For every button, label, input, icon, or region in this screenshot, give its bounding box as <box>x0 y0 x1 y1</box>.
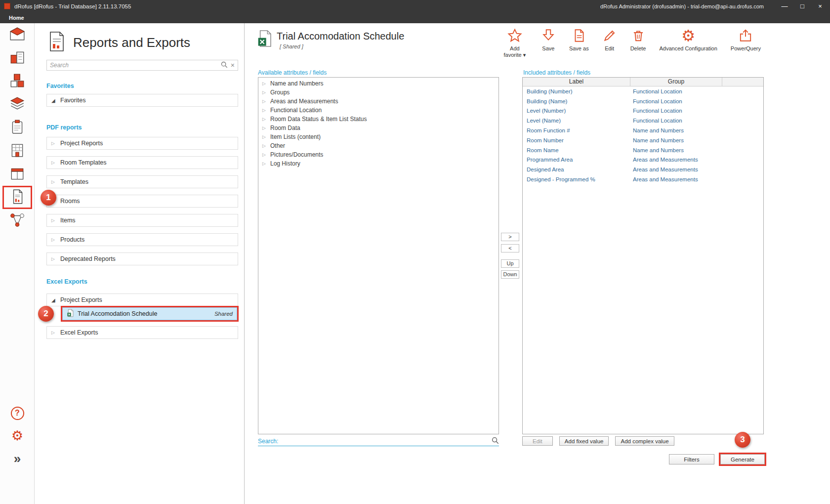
save-button[interactable]: Save <box>541 27 556 52</box>
chevron-collapsed-icon[interactable]: ▷ <box>51 141 56 146</box>
attribute-category[interactable]: ▷ Groups <box>258 88 498 97</box>
nav-buildings[interactable] <box>0 46 35 70</box>
pdf-report-group[interactable]: ▷ Items <box>46 214 238 227</box>
powerquery-button[interactable]: PowerQuery <box>731 27 761 52</box>
advanced-configuration-button[interactable]: ⚙ Advanced Configuration <box>659 27 717 52</box>
favorites-group[interactable]: ◢ Favorites <box>46 94 238 107</box>
column-header-group[interactable]: Group <box>630 78 722 86</box>
expand-rail-button[interactable]: » <box>9 451 25 466</box>
pdf-report-group[interactable]: ▷ Deprecated Reports <box>46 252 238 265</box>
attribute-category[interactable]: ▷ Areas and Measurements <box>258 97 498 106</box>
attribute-label-cell: Designed - Programmed % <box>523 176 630 182</box>
included-attribute-row[interactable]: Room Name Name and Numbers <box>523 145 763 155</box>
delete-button[interactable]: Delete <box>630 27 646 52</box>
selected-export-item[interactable]: Trial Accomodation Schedule Shared 2 <box>62 307 237 320</box>
close-button[interactable]: × <box>813 0 827 12</box>
pdf-report-group[interactable]: ▷ Room Templates <box>46 156 238 169</box>
chevron-collapsed-icon[interactable]: ▷ <box>262 99 267 104</box>
attribute-category[interactable]: ▷ Pictures/Documents <box>258 150 498 159</box>
chevron-collapsed-icon[interactable]: ▷ <box>51 237 56 242</box>
attribute-group-cell: Name and Numbers <box>630 147 722 153</box>
included-attribute-row[interactable]: Programmed Area Areas and Measurements <box>523 155 763 165</box>
settings-button[interactable]: ⚙ <box>9 428 25 444</box>
reports-search-input[interactable] <box>50 62 217 69</box>
shared-tag: Shared <box>214 311 233 317</box>
chevron-collapsed-icon[interactable]: ▷ <box>51 179 56 184</box>
attribute-category[interactable]: ▷ Room Data Status & Item List Status <box>258 115 498 124</box>
export-shared-subtitle: [ Shared ] <box>280 43 303 49</box>
included-attribute-row[interactable]: Room Function # Name and Numbers <box>523 126 763 135</box>
project-exports-group[interactable]: ◢ Project Exports <box>46 294 238 306</box>
chevron-collapsed-icon[interactable]: ▷ <box>262 152 267 157</box>
chevron-collapsed-icon[interactable]: ▷ <box>262 81 267 86</box>
chevron-collapsed-icon[interactable]: ▷ <box>262 108 267 113</box>
add-favorite-button[interactable]: Add favorite ▾ <box>502 27 528 58</box>
edit-button[interactable]: Edit <box>602 27 617 52</box>
attribute-category[interactable]: ▷ Other <box>258 141 498 150</box>
pdf-report-group-label: Deprecated Reports <box>60 255 116 262</box>
included-attribute-row[interactable]: Designed Area Areas and Measurements <box>523 165 763 174</box>
move-up-button[interactable]: Up <box>501 259 519 268</box>
chevron-collapsed-icon[interactable]: ▷ <box>262 134 267 139</box>
attribute-category[interactable]: ▷ Name and Numbers <box>258 79 498 88</box>
search-icon[interactable] <box>491 436 499 446</box>
nav-connections[interactable] <box>0 209 35 232</box>
help-button[interactable]: ? <box>9 405 25 421</box>
move-left-button[interactable]: < <box>501 244 519 252</box>
chevron-expanded-icon[interactable]: ◢ <box>51 98 56 103</box>
available-search-input[interactable] <box>281 438 488 445</box>
included-attribute-row[interactable]: Room Number Name and Numbers <box>523 135 763 145</box>
minimize-button[interactable]: — <box>778 0 791 12</box>
clear-search-icon[interactable]: × <box>231 61 235 69</box>
chevron-collapsed-icon[interactable]: ▷ <box>51 218 56 223</box>
pdf-report-group[interactable]: ▷ Rooms <box>46 195 238 208</box>
layers-icon <box>9 95 26 114</box>
included-attribute-row[interactable]: Building (Number) Functional Location <box>523 86 763 96</box>
included-attribute-row[interactable]: Building (Name) Functional Location <box>523 96 763 106</box>
included-attribute-row[interactable]: Level (Name) Functional Location <box>523 116 763 126</box>
attribute-group-cell: Functional Location <box>630 118 722 124</box>
chevron-collapsed-icon[interactable]: ▷ <box>262 161 267 166</box>
chevron-collapsed-icon[interactable]: ▷ <box>51 160 56 165</box>
attribute-category[interactable]: ▷ Log History <box>258 159 498 168</box>
edit-attribute-button[interactable]: Edit <box>522 436 553 446</box>
nav-projects[interactable] <box>0 23 35 46</box>
chevron-collapsed-icon[interactable]: ▷ <box>262 143 267 148</box>
step-1-badge: 1 <box>41 190 56 206</box>
export-share-icon <box>738 27 753 44</box>
chevron-collapsed-icon[interactable]: ▷ <box>51 256 56 261</box>
move-down-button[interactable]: Down <box>501 270 519 279</box>
chevron-collapsed-icon[interactable]: ▷ <box>262 90 267 95</box>
nav-components[interactable] <box>0 93 35 116</box>
nav-room-data[interactable] <box>0 116 35 139</box>
add-complex-value-button[interactable]: Add complex value <box>615 436 674 446</box>
add-fixed-value-button[interactable]: Add fixed value <box>559 436 609 446</box>
attribute-category[interactable]: ▷ Item Lists (content) <box>258 132 498 141</box>
nav-items[interactable] <box>0 163 35 186</box>
pdf-report-group[interactable]: ▷ Templates <box>46 175 238 188</box>
included-attributes-table: Label Group Building (Number) Functional… <box>522 77 764 434</box>
chevron-collapsed-icon[interactable]: ▷ <box>51 330 56 335</box>
column-header-label[interactable]: Label <box>523 78 630 86</box>
chevron-expanded-icon[interactable]: ◢ <box>51 297 56 303</box>
move-right-button[interactable]: > <box>501 233 519 241</box>
maximize-button[interactable]: □ <box>795 0 809 12</box>
attribute-category[interactable]: ▷ Functional Location <box>258 106 498 115</box>
filters-button[interactable]: Filters <box>669 454 714 464</box>
pdf-report-group[interactable]: ▷ Project Reports <box>46 137 238 150</box>
available-search-label: Search: <box>258 438 278 445</box>
excel-exports-group[interactable]: ▷ Excel Exports <box>46 326 238 339</box>
search-icon[interactable] <box>220 61 228 70</box>
chevron-collapsed-icon[interactable]: ▷ <box>262 117 267 122</box>
nav-floorplans[interactable] <box>0 139 35 163</box>
generate-button[interactable]: Generate <box>720 454 765 464</box>
included-attribute-row[interactable]: Designed - Programmed % Areas and Measur… <box>523 174 763 184</box>
save-as-button[interactable]: Save as <box>569 27 589 52</box>
included-attribute-row[interactable]: Level (Number) Functional Location <box>523 106 763 116</box>
pdf-report-group[interactable]: ▷ Products <box>46 233 238 246</box>
menu-home[interactable]: Home <box>9 15 24 21</box>
chevron-collapsed-icon[interactable]: ▷ <box>262 126 267 130</box>
nav-reports[interactable]: 1 <box>0 186 35 209</box>
attribute-category[interactable]: ▷ Room Data <box>258 124 498 132</box>
nav-models[interactable] <box>0 70 35 93</box>
